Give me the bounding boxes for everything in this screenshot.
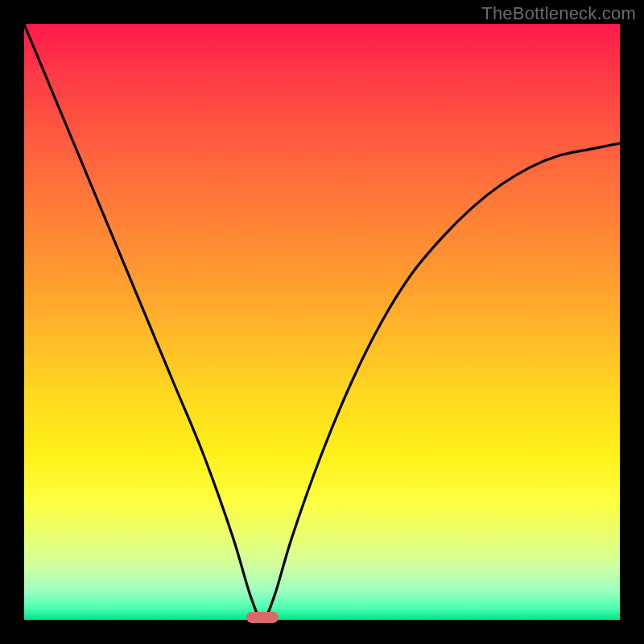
chart-frame: TheBottleneck.com xyxy=(0,0,644,644)
watermark-text: TheBottleneck.com xyxy=(481,3,636,24)
minimum-marker xyxy=(246,612,279,623)
plot-area xyxy=(24,24,620,620)
bottleneck-curve xyxy=(24,24,620,620)
